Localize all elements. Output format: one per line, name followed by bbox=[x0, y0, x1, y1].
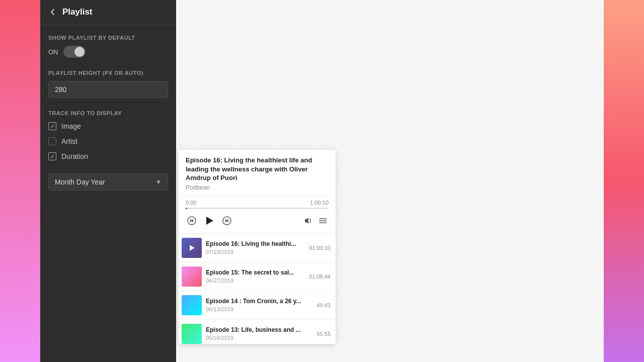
episode-name-2: Episode 15: The secret to sal... bbox=[206, 269, 305, 277]
sidebar-title: Playlist bbox=[62, 7, 93, 17]
checkbox-duration-row[interactable]: ✓ Duration bbox=[48, 151, 168, 161]
toggle-on-text: ON bbox=[48, 48, 58, 56]
episode-date-3: 06/13/2019 bbox=[206, 306, 312, 312]
sidebar: Playlist SHOW PLAYLIST BY DEFAULT ON PLA… bbox=[40, 0, 176, 362]
playlist-toggle-button[interactable] bbox=[317, 215, 329, 226]
checkmark-duration: ✓ bbox=[50, 154, 55, 159]
playlist-items: Episode 16: Living the healthi... 07/10/… bbox=[179, 233, 336, 344]
track-info-section: TRACK INFO TO DISPLAY ✓ Image Artist ✓ D… bbox=[48, 110, 168, 161]
right-accent bbox=[604, 0, 644, 362]
progress-fill bbox=[186, 208, 187, 209]
list-item[interactable]: Episode 15: The secret to sal... 06/27/2… bbox=[179, 262, 336, 291]
playlist-height-input[interactable] bbox=[48, 81, 168, 98]
checkbox-image-row[interactable]: ✓ Image bbox=[48, 121, 168, 131]
player-podcast-name: Podbean bbox=[186, 184, 329, 191]
episode-thumb-1 bbox=[182, 238, 202, 258]
player-progress-area: 0:00 1:00:10 bbox=[179, 196, 336, 209]
rewind-button[interactable] bbox=[186, 215, 198, 227]
episode-date-4: 05/16/2019 bbox=[206, 335, 312, 341]
list-item[interactable]: Episode 16: Living the healthi... 07/10/… bbox=[179, 234, 336, 262]
current-time: 0:00 bbox=[186, 200, 196, 206]
progress-bar[interactable] bbox=[186, 208, 329, 209]
episode-thumb-3 bbox=[182, 295, 202, 315]
left-accent bbox=[0, 0, 40, 362]
toggle-row: ON bbox=[48, 46, 168, 58]
player-controls bbox=[179, 209, 336, 233]
episode-info-1: Episode 16: Living the healthi... 07/10/… bbox=[206, 240, 305, 255]
main-area: Episode 16: Living the healthiest life a… bbox=[176, 0, 604, 362]
list-item[interactable]: Episode 14 : Tom Cronin, a 26 y... 06/13… bbox=[179, 291, 336, 320]
player-widget: Episode 16: Living the healthiest life a… bbox=[179, 150, 336, 344]
volume-button[interactable] bbox=[302, 215, 313, 226]
play-button[interactable] bbox=[202, 213, 217, 228]
episode-date-1: 07/10/2019 bbox=[206, 249, 305, 255]
episode-duration-1: 01:00:10 bbox=[309, 245, 331, 251]
progress-times: 0:00 1:00:10 bbox=[186, 200, 329, 206]
playlist-height-section: PLAYLIST HEIGHT (PX OR AUTO) bbox=[48, 70, 168, 98]
sidebar-content: SHOW PLAYLIST BY DEFAULT ON PLAYLIST HEI… bbox=[40, 25, 176, 362]
playlist-height-label: PLAYLIST HEIGHT (PX OR AUTO) bbox=[48, 70, 168, 76]
forward-button[interactable] bbox=[221, 215, 233, 227]
date-format-dropdown[interactable]: Month Day Year ▼ bbox=[48, 173, 168, 191]
episode-info-4: Episode 13: Life, business and ... 05/16… bbox=[206, 326, 312, 341]
date-format-value: Month Day Year bbox=[55, 178, 105, 186]
episode-thumb-2 bbox=[182, 266, 202, 287]
checkbox-artist-label: Artist bbox=[61, 137, 77, 145]
episode-name-1: Episode 16: Living the healthi... bbox=[206, 240, 305, 248]
svg-marker-1 bbox=[206, 217, 213, 225]
checkbox-image[interactable]: ✓ bbox=[48, 122, 56, 130]
checkbox-artist-row[interactable]: Artist bbox=[48, 136, 168, 146]
episode-duration-2: 01:06:44 bbox=[309, 274, 331, 280]
chevron-down-icon: ▼ bbox=[155, 178, 162, 186]
player-episode-title: Episode 16: Living the healthiest life a… bbox=[186, 156, 329, 183]
checkbox-duration-label: Duration bbox=[61, 152, 88, 160]
episode-info-2: Episode 15: The secret to sal... 06/27/2… bbox=[206, 269, 305, 284]
checkbox-duration[interactable]: ✓ bbox=[48, 152, 56, 160]
back-button[interactable] bbox=[48, 8, 57, 17]
toggle-knob bbox=[74, 47, 85, 57]
total-time: 1:00:10 bbox=[310, 200, 329, 206]
date-format-section: Month Day Year ▼ bbox=[48, 173, 168, 191]
sidebar-header: Playlist bbox=[40, 0, 176, 25]
show-playlist-section: SHOW PLAYLIST BY DEFAULT ON bbox=[48, 35, 168, 58]
episode-name-3: Episode 14 : Tom Cronin, a 26 y... bbox=[206, 298, 312, 306]
episode-duration-3: 49:43 bbox=[316, 302, 331, 308]
episode-name-4: Episode 13: Life, business and ... bbox=[206, 326, 312, 334]
episode-thumb-4 bbox=[182, 324, 202, 344]
episode-date-2: 06/27/2019 bbox=[206, 278, 305, 284]
episode-info-3: Episode 14 : Tom Cronin, a 26 y... 06/13… bbox=[206, 298, 312, 313]
checkbox-artist[interactable] bbox=[48, 137, 56, 145]
player-header: Episode 16: Living the healthiest life a… bbox=[179, 150, 336, 196]
episode-duration-4: 55:55 bbox=[316, 331, 331, 337]
track-info-label: TRACK INFO TO DISPLAY bbox=[48, 110, 168, 116]
list-item[interactable]: Episode 13: Life, business and ... 05/16… bbox=[179, 320, 336, 344]
show-playlist-label: SHOW PLAYLIST BY DEFAULT bbox=[48, 35, 168, 41]
checkbox-image-label: Image bbox=[61, 122, 81, 130]
checkmark-image: ✓ bbox=[50, 124, 55, 129]
show-playlist-toggle[interactable] bbox=[63, 46, 86, 58]
